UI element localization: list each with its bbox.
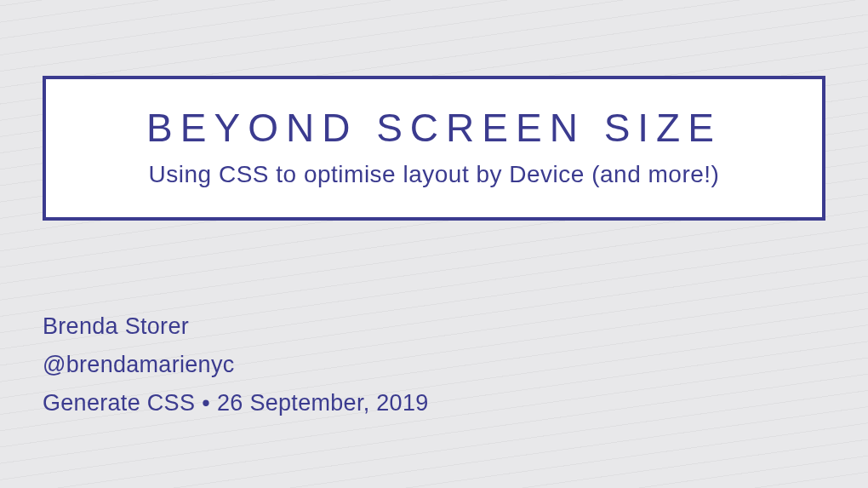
main-title: BEYOND SCREEN SIZE [71,105,797,151]
event-name: Generate CSS [43,390,195,416]
bullet-separator: • [202,390,210,416]
event-date: 26 September, 2019 [217,390,429,416]
title-box: BEYOND SCREEN SIZE Using CSS to optimise… [43,76,825,221]
event-line: Generate CSS•26 September, 2019 [43,390,429,416]
subtitle: Using CSS to optimise layout by Device (… [71,161,797,188]
author-handle: @brendamarienyc [43,352,429,378]
author-block: Brenda Storer @brendamarienyc Generate C… [43,313,429,416]
author-name: Brenda Storer [43,313,429,340]
